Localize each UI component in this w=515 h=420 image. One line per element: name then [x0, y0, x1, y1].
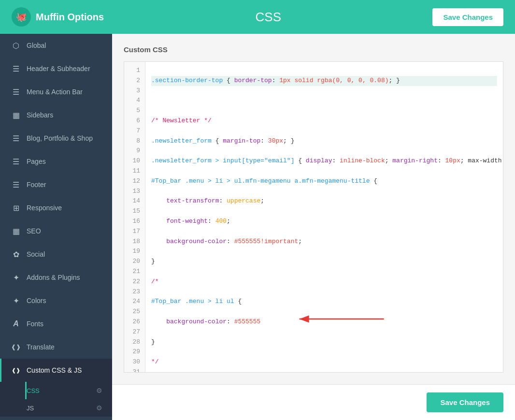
- sidebar-item-label: Colors: [27, 297, 46, 304]
- sidebar-item-label: Pages: [27, 158, 46, 165]
- main-inner: Custom CSS 12345 678910 1112131415 16171…: [112, 34, 515, 384]
- sidebar-item-label: Header & Subheader: [27, 65, 90, 72]
- header-icon: ☰: [11, 64, 21, 73]
- sidebar-item-label: Addons & Plugins: [27, 274, 80, 281]
- sidebar-item-label: Footer: [27, 181, 46, 188]
- sidebar-item-custom-css-js[interactable]: ❰❱ Custom CSS & JS: [0, 359, 112, 382]
- top-bar: 🐙 Muffin Options CSS Save Changes: [0, 0, 515, 34]
- sidebar-item-label: Responsive: [27, 204, 62, 212]
- css-sub-label: CSS: [27, 387, 40, 394]
- sidebar-item-label: SEO: [27, 227, 41, 235]
- save-changes-button-bottom[interactable]: Save Changes: [427, 392, 503, 412]
- code-line-5: .newsletter_form > input[type="email"] {…: [151, 156, 497, 166]
- brand-title: Muffin Options: [36, 12, 104, 23]
- sidebar-item-addons[interactable]: ✦ Addons & Plugins: [0, 266, 112, 289]
- code-line-6: #Top_bar .menu > li > ul.mfn-megamenu a.…: [151, 176, 497, 187]
- sidebar-item-sidebars[interactable]: ▦ Sidebars: [0, 103, 112, 127]
- save-changes-button-top[interactable]: Save Changes: [432, 8, 503, 26]
- social-icon: ✿: [11, 249, 21, 259]
- js-sub-label: JS: [27, 405, 34, 412]
- code-line-11: /*: [151, 277, 497, 287]
- colors-icon: ✦: [11, 296, 21, 305]
- sidebar-item-label: Social: [27, 250, 45, 258]
- sidebar-item-social[interactable]: ✿ Social: [0, 243, 112, 266]
- layout: ⬡ Global ☰ Header & Subheader ☰ Menu & A…: [0, 34, 515, 420]
- sidebar-item-label: Blog, Portfolio & Shop: [27, 134, 93, 142]
- css-gear-icon[interactable]: ⚙: [96, 387, 102, 394]
- bottom-bar: Save Changes: [112, 384, 515, 420]
- seo-icon: ▦: [11, 226, 21, 236]
- fonts-icon: A: [11, 319, 21, 329]
- code-line-4: .newsletter_form { margin-top: 30px; }: [151, 136, 497, 146]
- code-line-14: }: [151, 337, 497, 348]
- sidebars-icon: ▦: [11, 110, 21, 120]
- code-textarea[interactable]: .section-border-top { border-top: 1px so…: [145, 62, 503, 372]
- sidebar-item-footer[interactable]: ☰ Footer: [0, 173, 112, 196]
- translate-icon: ❰❱: [11, 342, 21, 352]
- sidebar-item-label: Global: [27, 42, 46, 49]
- global-icon: ⬡: [11, 41, 21, 50]
- sidebar-sub-menu: CSS ⚙ JS ⚙: [0, 382, 112, 417]
- sidebar-item-blog[interactable]: ☰ Blog, Portfolio & Shop: [0, 127, 112, 150]
- css-js-icon: ❰❱: [11, 365, 21, 375]
- sidebar-item-menu-action-bar[interactable]: ☰ Menu & Action Bar: [0, 80, 112, 103]
- sidebar-item-pages[interactable]: ☰ Pages: [0, 150, 112, 173]
- sidebar: ⬡ Global ☰ Header & Subheader ☰ Menu & A…: [0, 34, 112, 420]
- sidebar-item-fonts[interactable]: A Fonts: [0, 312, 112, 335]
- annotation-arrow: [291, 314, 388, 324]
- code-line-1: .section-border-top { border-top: 1px so…: [151, 76, 497, 86]
- code-line-10: }: [151, 257, 497, 267]
- blog-icon: ☰: [11, 133, 21, 143]
- code-line-2: [151, 96, 497, 106]
- sidebar-item-translate[interactable]: ❰❱ Translate: [0, 335, 112, 359]
- sidebar-item-responsive[interactable]: ⊞ Responsive: [0, 196, 112, 219]
- line-numbers: 12345 678910 1112131415 1617181920 21222…: [124, 62, 145, 372]
- sidebar-item-global[interactable]: ⬡ Global: [0, 34, 112, 57]
- sidebar-item-backup-reset[interactable]: ☰ Backup & Reset: [0, 417, 112, 420]
- footer-icon: ☰: [11, 180, 21, 189]
- code-line-15: */: [151, 357, 497, 367]
- sidebar-item-header-subheader[interactable]: ☰ Header & Subheader: [0, 57, 112, 80]
- menu-icon: ☰: [11, 87, 21, 97]
- addons-icon: ✦: [11, 273, 21, 282]
- responsive-icon: ⊞: [11, 203, 21, 213]
- code-line-3: /* Newsletter */: [151, 116, 497, 126]
- section-title: Custom CSS: [124, 45, 503, 54]
- main-content: Custom CSS 12345 678910 1112131415 16171…: [112, 34, 515, 420]
- logo-icon: 🐙: [12, 7, 31, 27]
- code-line-8: font-weight: 400;: [151, 217, 497, 227]
- sidebar-sub-item-js[interactable]: JS ⚙: [25, 399, 112, 417]
- code-line-12: #Top_bar .menu > li ul {: [151, 297, 497, 307]
- sidebar-item-label: Menu & Action Bar: [27, 88, 83, 96]
- code-line-7: text-transform: uppercase;: [151, 196, 497, 206]
- pages-icon: ☰: [11, 157, 21, 166]
- js-gear-icon[interactable]: ⚙: [96, 404, 102, 412]
- code-editor[interactable]: 12345 678910 1112131415 1617181920 21222…: [124, 61, 503, 373]
- sidebar-item-seo[interactable]: ▦ SEO: [0, 219, 112, 243]
- sidebar-item-label: Custom CSS & JS: [27, 366, 82, 374]
- page-title: CSS: [256, 10, 281, 25]
- top-bar-brand: 🐙 Muffin Options: [12, 7, 104, 27]
- code-line-13: background-color: #555555: [151, 317, 497, 327]
- code-line-9: background-color: #555555!important;: [151, 237, 497, 247]
- sidebar-sub-item-css[interactable]: CSS ⚙: [25, 382, 112, 399]
- sidebar-item-colors[interactable]: ✦ Colors: [0, 289, 112, 312]
- sidebar-item-label: Fonts: [27, 320, 43, 328]
- sidebar-item-label: Translate: [27, 343, 55, 351]
- sidebar-item-label: Sidebars: [27, 111, 53, 119]
